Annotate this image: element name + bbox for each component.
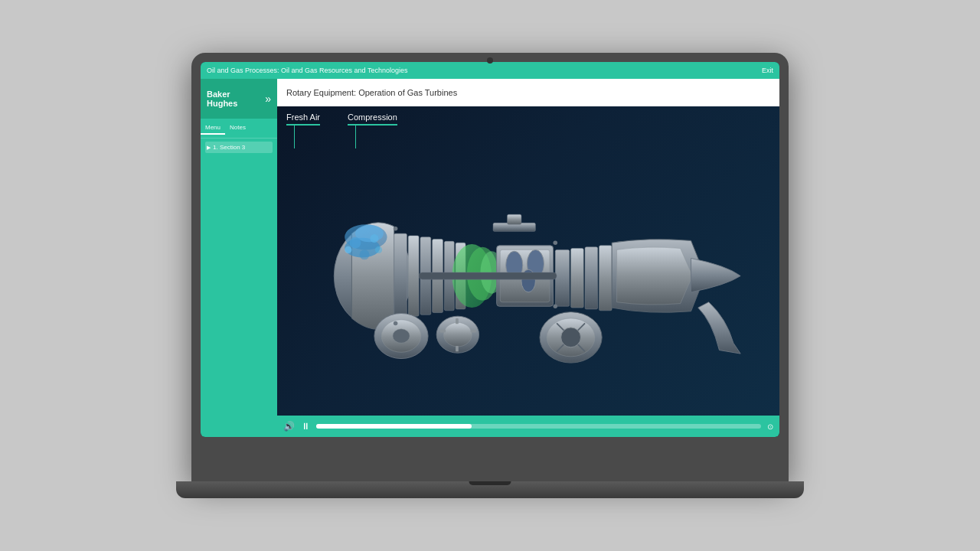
svg-rect-10 (408, 236, 419, 316)
fullscreen-button[interactable]: ⊙ (767, 422, 773, 431)
turbine-container (285, 129, 772, 416)
svg-point-8 (375, 246, 382, 253)
svg-point-45 (553, 305, 557, 309)
sidebar-nav-notes[interactable]: Notes (225, 122, 250, 135)
logo-text: Baker Hughes (207, 90, 262, 108)
svg-rect-24 (570, 249, 583, 308)
laptop-outer: Oil and Gas Processes: Oil and Gas Resou… (191, 53, 789, 481)
svg-point-44 (553, 240, 557, 245)
sidebar-nav-menu[interactable]: Menu (201, 122, 225, 135)
content-area: Rotary Equipment: Operation of Gas Turbi… (277, 79, 779, 437)
fresh-air-label: Fresh Air (286, 112, 320, 126)
svg-point-42 (394, 227, 398, 231)
svg-point-4 (349, 237, 361, 249)
svg-rect-25 (585, 247, 598, 309)
progress-fill (316, 424, 472, 429)
content-header: Rotary Equipment: Operation of Gas Turbi… (277, 79, 779, 106)
laptop-notch (469, 481, 511, 485)
svg-rect-34 (456, 318, 459, 324)
progress-track[interactable] (316, 424, 761, 429)
svg-rect-41 (419, 272, 557, 279)
svg-rect-47 (507, 214, 521, 224)
svg-point-5 (370, 234, 378, 243)
laptop-screen: Oil and Gas Processes: Oil and Gas Resou… (201, 62, 779, 437)
main-area: Baker Hughes » Menu Notes ▶ 1. Section 3 (201, 79, 779, 437)
svg-point-40 (560, 328, 580, 347)
compression-label: Compression (348, 112, 397, 126)
content-title: Rotary Equipment: Operation of Gas Turbi… (286, 88, 457, 97)
app-container: Oil and Gas Processes: Oil and Gas Resou… (201, 62, 779, 437)
svg-point-31 (443, 323, 472, 347)
volume-button[interactable]: 🔊 (283, 421, 295, 432)
course-title: Oil and Gas Processes: Oil and Gas Resou… (207, 67, 407, 74)
player-bar: 🔊 ⏸ ⊙ (277, 416, 779, 437)
pause-button[interactable]: ⏸ (301, 421, 310, 432)
svg-rect-35 (456, 346, 459, 351)
svg-point-43 (394, 321, 398, 326)
sidebar-logo: Baker Hughes » (201, 79, 277, 119)
section-label: 1. Section 3 (213, 144, 245, 151)
sidebar-section-item[interactable]: ▶ 1. Section 3 (205, 142, 273, 153)
turbine-svg (309, 151, 747, 394)
svg-point-7 (345, 246, 351, 253)
viz-area: Fresh Air Compression (277, 106, 779, 416)
svg-rect-33 (470, 330, 475, 333)
sidebar-section: ▶ 1. Section 3 (201, 139, 277, 156)
svg-point-6 (359, 249, 369, 259)
top-bar: Oil and Gas Processes: Oil and Gas Resou… (201, 62, 779, 79)
section-arrow-icon: ▶ (207, 145, 211, 151)
svg-rect-32 (440, 330, 446, 333)
laptop-base (176, 481, 804, 498)
svg-rect-26 (599, 246, 612, 311)
svg-rect-9 (394, 233, 407, 318)
logo-arrow: » (265, 93, 271, 105)
sidebar: Baker Hughes » Menu Notes ▶ 1. Section 3 (201, 79, 277, 437)
exit-button[interactable]: Exit (762, 67, 773, 74)
sidebar-nav: Menu Notes (201, 119, 277, 139)
svg-point-29 (393, 329, 410, 343)
svg-rect-23 (555, 249, 569, 306)
